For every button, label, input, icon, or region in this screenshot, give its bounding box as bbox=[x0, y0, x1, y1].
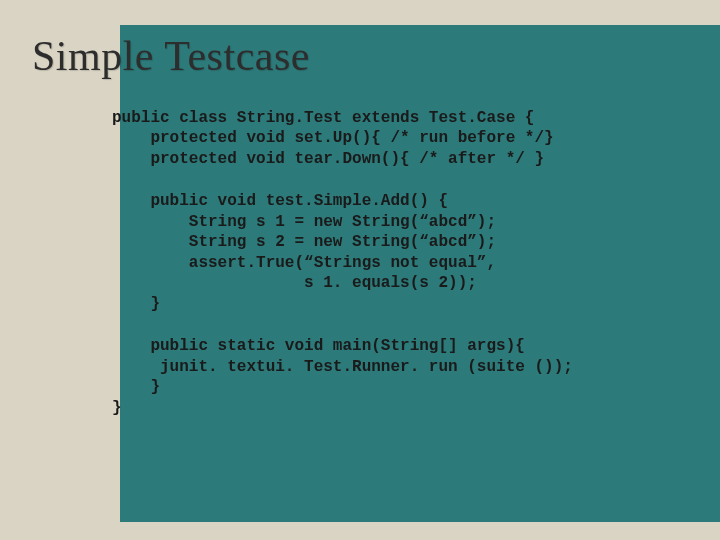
slide-content: Simple Testcase public class String.Test… bbox=[0, 0, 720, 418]
code-line: protected void tear.Down(){ /* after */ … bbox=[112, 150, 544, 168]
code-line: } bbox=[112, 378, 160, 396]
code-block: public class String.Test extends Test.Ca… bbox=[32, 108, 720, 418]
code-line: public void test.Simple.Add() { bbox=[112, 192, 448, 210]
code-line: } bbox=[112, 399, 122, 417]
code-line: s 1. equals(s 2)); bbox=[112, 274, 477, 292]
code-line: protected void set.Up(){ /* run before *… bbox=[112, 129, 554, 147]
code-line: assert.True(“Strings not equal”, bbox=[112, 254, 496, 272]
slide-title: Simple Testcase bbox=[32, 32, 720, 80]
code-line: public class String.Test extends Test.Ca… bbox=[112, 109, 534, 127]
code-line: String s 2 = new String(“abcd”); bbox=[112, 233, 496, 251]
code-line: } bbox=[112, 295, 160, 313]
code-line: public static void main(String[] args){ bbox=[112, 337, 525, 355]
code-line: junit. textui. Test.Runner. run (suite (… bbox=[112, 358, 573, 376]
bg-bottom-band bbox=[0, 522, 720, 540]
code-line: String s 1 = new String(“abcd”); bbox=[112, 213, 496, 231]
